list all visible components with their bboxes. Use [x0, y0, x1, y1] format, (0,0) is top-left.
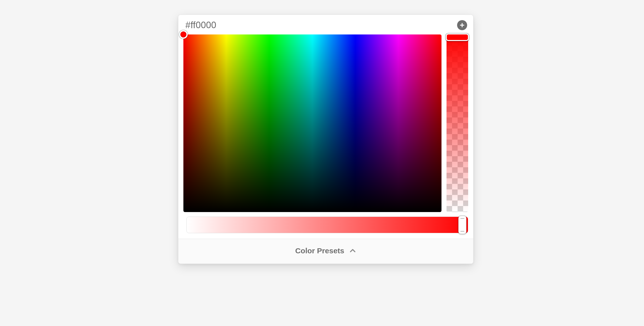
picker-header [178, 15, 473, 34]
presets-label: Color Presets [295, 247, 344, 255]
saturation-slider[interactable] [186, 217, 468, 233]
hex-input[interactable] [185, 20, 286, 30]
alpha-handle[interactable] [446, 33, 469, 41]
saturation-handle[interactable] [458, 216, 466, 234]
presets-toggle[interactable]: Color Presets [178, 239, 473, 264]
alpha-slider[interactable] [447, 34, 468, 212]
add-preset-button[interactable] [457, 20, 467, 30]
saturation-slider-row [178, 212, 473, 239]
color-picker-panel: Color Presets [178, 15, 473, 264]
svg-rect-1 [460, 25, 464, 26]
alpha-track[interactable] [447, 34, 468, 212]
plus-icon [459, 22, 465, 28]
chevron-up-icon [349, 247, 356, 255]
spectrum-canvas[interactable] [183, 34, 441, 212]
alpha-gradient [447, 34, 468, 212]
spectrum-area[interactable] [183, 34, 441, 212]
picker-body [178, 34, 473, 212]
spectrum-handle[interactable] [179, 30, 188, 39]
